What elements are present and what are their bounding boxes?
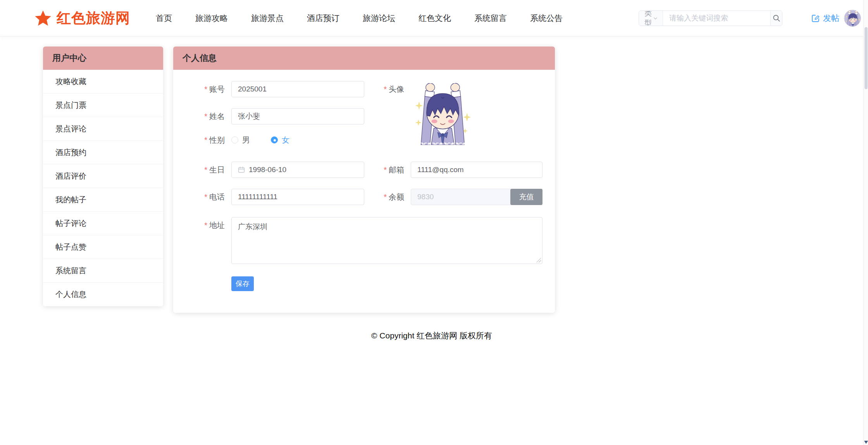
phone-input[interactable] [231, 189, 364, 205]
new-post-link[interactable]: 发帖 [811, 0, 839, 36]
email-label: *邮箱 [353, 162, 404, 178]
profile-avatar-image [411, 81, 475, 145]
main-nav: 首页 旅游攻略 旅游景点 酒店预订 旅游论坛 红色文化 系统留言 系统公告 [156, 0, 563, 36]
nav-item-guides[interactable]: 旅游攻略 [195, 13, 228, 24]
birthday-label: *生日 [173, 162, 225, 178]
address-field: 广东深圳 [231, 217, 542, 264]
personal-info-panel: 个人信息 *账号 *头像 *姓名 *性别 男 女 *生日 [173, 47, 555, 313]
birthday-date-picker[interactable] [231, 162, 364, 178]
user-center-sidebar: 用户中心 攻略收藏 景点门票 景点评论 酒店预约 酒店评价 我的帖子 帖子评论 … [43, 47, 163, 306]
email-input[interactable] [411, 162, 542, 178]
scrollbar-thumb[interactable] [865, 27, 868, 89]
brand-logo[interactable]: 红色旅游网 [34, 0, 130, 36]
nav-item-system-messages[interactable]: 系统留言 [474, 13, 507, 24]
sidebar-title: 用户中心 [43, 47, 163, 70]
save-button[interactable]: 保存 [231, 276, 254, 291]
personal-info-form: *账号 *头像 *姓名 *性别 男 女 *生日 [173, 70, 555, 313]
account-input[interactable] [231, 81, 364, 97]
search-type-select[interactable]: 类型 [639, 11, 663, 26]
balance-label: *余额 [353, 189, 404, 205]
sidebar-item-personal-info[interactable]: 个人信息 [43, 283, 163, 306]
sidebar-item-system-messages[interactable]: 系统留言 [43, 259, 163, 283]
nav-item-attractions[interactable]: 旅游景点 [251, 13, 284, 24]
gender-label: *性别 [173, 135, 225, 145]
sidebar-item-hotel-reviews[interactable]: 酒店评价 [43, 164, 163, 188]
chevron-down-icon [654, 17, 657, 20]
search-icon [772, 14, 781, 22]
name-input[interactable] [231, 108, 364, 124]
search-button[interactable] [770, 11, 782, 26]
star-logo-icon [34, 9, 52, 27]
sidebar-item-hotel-reservations[interactable]: 酒店预约 [43, 141, 163, 164]
sidebar-item-guide-favorites[interactable]: 攻略收藏 [43, 70, 163, 93]
sidebar-item-post-comments[interactable]: 帖子评论 [43, 212, 163, 235]
address-textarea[interactable]: 广东深圳 [231, 217, 542, 264]
sidebar-item-post-likes[interactable]: 帖子点赞 [43, 235, 163, 259]
nav-item-red-culture[interactable]: 红色文化 [418, 13, 451, 24]
nav-item-hotel-booking[interactable]: 酒店预订 [307, 13, 339, 24]
gender-radio-male[interactable] [231, 136, 238, 143]
birthday-input[interactable] [249, 166, 358, 174]
gender-radio-female[interactable] [271, 136, 278, 143]
new-post-label: 发帖 [823, 13, 839, 24]
balance-field: 充值 [411, 189, 542, 205]
sidebar-item-attraction-comments[interactable]: 景点评论 [43, 117, 163, 141]
phone-label: *电话 [173, 189, 225, 205]
edit-pencil-icon [811, 14, 820, 22]
account-label: *账号 [173, 81, 225, 97]
sidebar-item-my-posts[interactable]: 我的帖子 [43, 188, 163, 212]
nav-item-forum[interactable]: 旅游论坛 [363, 13, 395, 24]
gender-female-label[interactable]: 女 [282, 135, 289, 145]
profile-avatar-upload[interactable] [411, 81, 475, 145]
address-label: *地址 [173, 217, 225, 233]
name-label: *姓名 [173, 108, 225, 124]
copyright-footer: © Copyright 红色旅游网 版权所有 [0, 330, 863, 341]
page-scrollbar[interactable] [863, 0, 868, 445]
search-type-value: 类型 [644, 10, 654, 26]
search-bar: 类型 [639, 10, 782, 26]
search-input[interactable] [663, 11, 770, 26]
scrollbar-down-arrow-icon[interactable] [864, 441, 868, 444]
user-avatar-image [844, 10, 861, 27]
nav-item-home[interactable]: 首页 [156, 13, 172, 24]
recharge-button[interactable]: 充值 [510, 189, 542, 205]
calendar-icon [238, 166, 245, 173]
brand-name: 红色旅游网 [57, 9, 130, 28]
top-navbar: 红色旅游网 首页 旅游攻略 旅游景点 酒店预订 旅游论坛 红色文化 系统留言 系… [0, 0, 868, 36]
panel-title: 个人信息 [173, 47, 555, 70]
sidebar-item-attraction-tickets[interactable]: 景点门票 [43, 93, 163, 117]
nav-item-announcements[interactable]: 系统公告 [530, 13, 563, 24]
gender-radio-group: 男 女 [231, 135, 289, 145]
avatar-label: *头像 [353, 81, 404, 97]
user-avatar[interactable] [844, 10, 861, 27]
gender-male-label[interactable]: 男 [242, 135, 250, 145]
